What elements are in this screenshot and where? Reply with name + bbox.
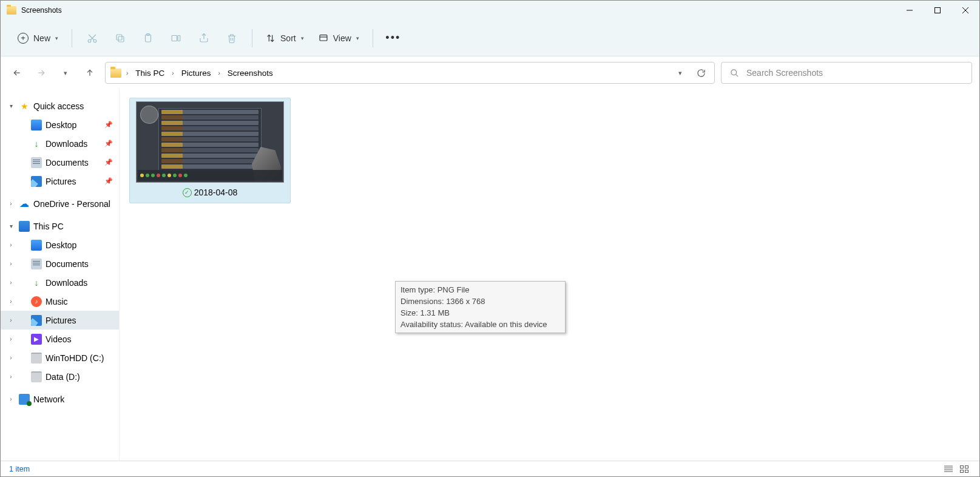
sidebar-item[interactable]: Pictures📌 [1, 172, 119, 191]
refresh-button[interactable] [692, 64, 709, 81]
chevron-down-icon: ▾ [301, 35, 304, 41]
chevron-right-icon[interactable]: › [7, 242, 15, 248]
breadcrumb-dropdown[interactable]: ▾ [672, 64, 689, 81]
chevron-right-icon[interactable]: › [7, 260, 15, 267]
sidebar-label: Quick access [33, 101, 84, 111]
sidebar-item-label: Data (D:) [46, 372, 80, 382]
svg-line-18 [735, 74, 738, 76]
sidebar-item[interactable]: ›Pictures [1, 311, 119, 330]
downloads-icon: ↓ [31, 138, 42, 149]
tooltip-line: Size: 1.31 MB [400, 307, 560, 319]
folder-icon [110, 69, 121, 78]
close-button[interactable] [951, 1, 979, 20]
search-box[interactable] [721, 62, 972, 84]
pics-icon [31, 176, 42, 187]
svg-rect-23 [961, 465, 964, 468]
sidebar: ▾ ★ Quick access Desktop📌↓Downloads📌Docu… [1, 89, 120, 461]
paste-button[interactable] [135, 27, 161, 50]
chevron-right-icon[interactable]: › [7, 336, 15, 342]
thumbnails-view-button[interactable] [958, 464, 971, 475]
docs-icon [31, 259, 42, 269]
breadcrumb-item[interactable]: Screenshots [225, 66, 275, 80]
cloud-icon: ☁ [19, 198, 30, 209]
chevron-down-icon[interactable]: ▾ [7, 103, 15, 109]
sidebar-onedrive[interactable]: › ☁ OneDrive - Personal [1, 194, 119, 213]
status-available-icon: ✓ [183, 188, 192, 197]
cut-button[interactable] [79, 27, 105, 50]
sidebar-item[interactable]: ›Documents [1, 254, 119, 273]
statusbar: 1 item [1, 461, 979, 476]
svg-rect-13 [178, 35, 180, 41]
details-view-button[interactable] [942, 464, 955, 475]
history-button[interactable]: ▾ [56, 64, 75, 82]
breadcrumb-item[interactable]: This PC [133, 66, 167, 80]
downloads-icon: ↓ [31, 277, 42, 288]
maximize-button[interactable] [924, 1, 951, 20]
breadcrumb-item[interactable]: Pictures [179, 66, 214, 80]
sidebar-item[interactable]: ↓Downloads📌 [1, 134, 119, 153]
chevron-right-icon[interactable]: › [7, 373, 15, 380]
chevron-right-icon[interactable]: › [125, 70, 129, 76]
docs-icon [31, 157, 42, 168]
chevron-down-icon[interactable]: ▾ [7, 223, 15, 229]
share-button[interactable] [191, 27, 217, 50]
music-icon: ♪ [31, 296, 42, 307]
view-icon [319, 33, 328, 43]
sidebar-item-label: Downloads [46, 278, 87, 288]
new-button[interactable]: + New ▾ [12, 27, 64, 50]
chevron-right-icon[interactable]: › [7, 298, 15, 305]
sidebar-item-label: Desktop [46, 120, 76, 130]
sidebar-item[interactable]: ›WinToHDD (C:) [1, 348, 119, 367]
sidebar-this-pc[interactable]: ▾ This PC [1, 217, 119, 235]
tooltip-line: Dimensions: 1366 x 768 [400, 296, 560, 307]
svg-rect-15 [320, 35, 327, 40]
chevron-down-icon: ▾ [55, 35, 58, 41]
sidebar-item[interactable]: ›Desktop [1, 235, 119, 254]
sidebar-item-label: Desktop [46, 240, 76, 250]
svg-rect-9 [117, 35, 122, 40]
forward-button[interactable] [32, 64, 50, 82]
view-button[interactable]: View ▾ [313, 27, 365, 50]
minimize-button[interactable] [896, 1, 924, 20]
sort-label: Sort [280, 33, 296, 43]
more-button[interactable]: ••• [380, 27, 406, 50]
sidebar-item[interactable]: Documents📌 [1, 153, 119, 172]
sort-button[interactable]: Sort ▾ [260, 27, 310, 50]
chevron-right-icon[interactable]: › [7, 396, 15, 402]
up-button[interactable] [81, 64, 99, 82]
sidebar-item-label: Downloads [46, 139, 87, 149]
sidebar-item[interactable]: ›♪Music [1, 292, 119, 311]
sidebar-item[interactable]: ›▶Videos [1, 330, 119, 348]
file-item[interactable]: ✓ 2018-04-08 [129, 98, 291, 203]
breadcrumb[interactable]: › This PC › Pictures › Screenshots ▾ [105, 62, 715, 84]
sidebar-label: Network [33, 394, 64, 404]
tooltip-line: Availability status: Available on this d… [400, 319, 560, 330]
chevron-down-icon: ▾ [356, 35, 359, 41]
sidebar-item[interactable]: ›Data (D:) [1, 367, 119, 386]
sidebar-quick-access[interactable]: ▾ ★ Quick access [1, 96, 119, 115]
sidebar-label: This PC [33, 222, 64, 231]
sidebar-item-label: WinToHDD (C:) [46, 353, 104, 363]
tooltip: Item type: PNG File Dimensions: 1366 x 7… [395, 281, 566, 333]
chevron-right-icon[interactable]: › [7, 317, 15, 323]
chevron-right-icon[interactable]: › [217, 70, 221, 76]
star-icon: ★ [19, 101, 30, 112]
pc-icon [19, 221, 30, 232]
chevron-right-icon[interactable]: › [171, 70, 175, 76]
rename-button[interactable] [163, 27, 189, 50]
chevron-right-icon[interactable]: › [7, 200, 15, 207]
drive-icon [31, 353, 42, 364]
content-area[interactable]: ✓ 2018-04-08 Item type: PNG File Dimensi… [120, 89, 979, 461]
sidebar-item[interactable]: Desktop📌 [1, 115, 119, 134]
sidebar-label: OneDrive - Personal [33, 199, 110, 209]
copy-button[interactable] [107, 27, 133, 50]
drive-icon [31, 371, 42, 382]
back-button[interactable] [8, 64, 26, 82]
sidebar-network[interactable]: › Network [1, 390, 119, 408]
delete-button[interactable] [219, 27, 245, 50]
sidebar-item[interactable]: ›↓Downloads [1, 273, 119, 292]
tooltip-line: Item type: PNG File [400, 284, 560, 296]
chevron-right-icon[interactable]: › [7, 279, 15, 286]
chevron-right-icon[interactable]: › [7, 354, 15, 361]
search-input[interactable] [746, 68, 963, 78]
